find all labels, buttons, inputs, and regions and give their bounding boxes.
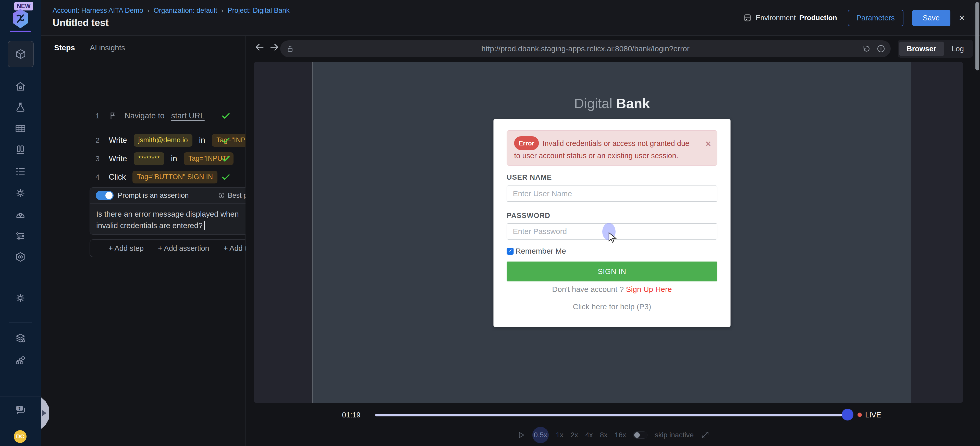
tab-browser[interactable]: Browser: [899, 41, 944, 56]
speed-16x[interactable]: 16x: [614, 431, 626, 439]
parameters-button[interactable]: Parameters: [848, 10, 904, 26]
step-row-2[interactable]: 2 Write jsmith@demo.io in Tag="INPUT": [41, 131, 245, 150]
grid-table-icon[interactable]: [0, 123, 41, 135]
scrollbar-thumb[interactable]: [975, 2, 979, 70]
start-url-link[interactable]: start URL: [171, 111, 205, 121]
environment-icon: [743, 13, 752, 22]
playback-controls: 0.5x 1x 2x 4x 8x 16x skip inactive: [517, 426, 710, 444]
site-brand: Digital Bank: [313, 95, 911, 111]
url-bar[interactable]: http://prod.dbank.staging-apps.relicx.ai…: [280, 40, 891, 57]
username-input[interactable]: [507, 186, 718, 202]
steps-panel: Steps AI insights 1 Navigate to start UR…: [41, 36, 245, 446]
skip-inactive-label: skip inactive: [655, 431, 694, 439]
flask-icon[interactable]: [0, 102, 41, 113]
gear-icon[interactable]: [0, 187, 41, 199]
breadcrumb-account[interactable]: Account: Harness AITA Demo: [52, 6, 143, 14]
fullscreen-expand-icon[interactable]: [701, 431, 710, 440]
speed-8x[interactable]: 8x: [600, 431, 608, 439]
add-assertion-button[interactable]: + Add assertion: [158, 244, 209, 252]
skip-inactive-toggle[interactable]: [633, 432, 648, 439]
signup-line: Don't have account ? Sign Up Here: [493, 285, 731, 294]
support-icon[interactable]: [0, 208, 41, 220]
sidebar-divider: [9, 322, 32, 322]
info-icon[interactable]: [877, 44, 886, 53]
add-step-button[interactable]: + Add step: [108, 244, 144, 252]
playback-time: 01:19: [342, 411, 361, 419]
step-action: Click: [109, 173, 126, 182]
remember-me[interactable]: ✓ Remember Me: [507, 247, 566, 256]
assertion-toggle-label: Prompt is an assertion: [118, 191, 189, 200]
environment-value[interactable]: Production: [799, 14, 837, 22]
cd-infinity-icon[interactable]: [0, 251, 41, 263]
columns-icon[interactable]: [0, 144, 41, 156]
error-alert: ErrorInvalid credentials or access not g…: [507, 130, 718, 166]
sidebar: NEW: [0, 0, 41, 446]
speed-4x[interactable]: 4x: [585, 431, 593, 439]
speed-2x[interactable]: 2x: [571, 431, 578, 439]
text-caret: [204, 221, 205, 230]
tab-ai-insights[interactable]: AI insights: [90, 43, 125, 52]
assertion-toggle[interactable]: [96, 191, 114, 200]
step-row-3[interactable]: 3 Write ******** in Tag="INPUT": [41, 149, 245, 168]
back-arrow-icon[interactable]: [254, 42, 265, 52]
mouse-cursor-icon: [608, 232, 618, 243]
breadcrumb-organization[interactable]: Organization: default: [154, 6, 217, 14]
top-header: Account: Harness AITA Demo › Organizatio…: [41, 0, 980, 36]
home-icon[interactable]: [0, 80, 41, 92]
step-number: 4: [95, 173, 102, 181]
info-icon: [218, 192, 225, 199]
sign-in-button[interactable]: SIGN IN: [507, 262, 718, 281]
live-dot-icon: [858, 413, 862, 417]
chevron-right-icon: ›: [147, 6, 150, 14]
replay-viewport: Digital Bank ErrorInvalid credentials or…: [254, 62, 963, 403]
alert-close-icon[interactable]: ×: [705, 138, 711, 149]
help-chat-icon[interactable]: ?: [0, 404, 41, 415]
step-action: Write: [109, 154, 127, 163]
step-row-1[interactable]: 1 Navigate to start URL: [41, 106, 245, 125]
triangle-right-icon: [42, 410, 46, 416]
tab-log[interactable]: Log: [944, 41, 972, 56]
username-label: USER NAME: [507, 173, 552, 181]
play-icon[interactable]: [517, 431, 525, 440]
chaos-icon[interactable]: [0, 230, 41, 241]
save-button[interactable]: Save: [912, 10, 950, 26]
environment-group: Environment Production: [743, 13, 837, 22]
value-chip[interactable]: jsmith@demo.io: [134, 134, 192, 146]
step-row-4[interactable]: 4 Click Tag="BUTTON" SIGN IN: [41, 167, 245, 187]
forward-arrow-icon[interactable]: [269, 42, 280, 52]
avatar[interactable]: DC: [14, 430, 27, 443]
check-icon: [221, 111, 231, 121]
browser-pane: http://prod.dbank.staging-apps.relicx.ai…: [245, 36, 980, 446]
playback-progress-bar[interactable]: [375, 414, 842, 416]
settings-gear-icon[interactable]: [0, 292, 41, 304]
speed-1x[interactable]: 1x: [556, 431, 563, 439]
value-chip[interactable]: ********: [134, 152, 164, 165]
check-icon: [221, 154, 231, 163]
speed-0.5x[interactable]: 0.5x: [532, 427, 549, 443]
chevron-right-icon: ›: [221, 6, 224, 14]
layers-settings-icon[interactable]: [0, 332, 41, 344]
reload-icon[interactable]: [862, 44, 871, 53]
error-badge: Error: [514, 136, 539, 150]
url-text: http://prod.dbank.staging-apps.relicx.ai…: [280, 44, 891, 53]
breadcrumb: Account: Harness AITA Demo › Organizatio…: [52, 6, 290, 14]
playback-handle[interactable]: [842, 409, 853, 421]
help-link[interactable]: Click here for help (P3): [493, 302, 731, 311]
sidebar-divider: [0, 396, 41, 397]
network-settings-icon[interactable]: [0, 354, 41, 366]
steps-tabs: Steps AI insights: [41, 36, 245, 60]
environment-label: Environment: [756, 14, 796, 22]
sidebar-item-modules-active[interactable]: [8, 41, 34, 67]
harness-logo-icon[interactable]: [11, 8, 30, 29]
selector-chip[interactable]: Tag="BUTTON" SIGN IN: [132, 171, 218, 183]
login-card: ErrorInvalid credentials or access not g…: [493, 119, 731, 327]
close-icon[interactable]: ×: [959, 13, 965, 24]
list-icon[interactable]: [0, 165, 41, 177]
sign-up-link[interactable]: Sign Up Here: [626, 285, 672, 294]
tab-steps[interactable]: Steps: [54, 43, 75, 52]
app-root: NEW: [0, 0, 980, 446]
logo-underline: [10, 31, 30, 32]
breadcrumb-project[interactable]: Project: Digital Bank: [228, 6, 290, 14]
error-message: Invalid credentials or access not grante…: [514, 139, 690, 160]
checkbox-checked-icon[interactable]: ✓: [507, 248, 514, 255]
